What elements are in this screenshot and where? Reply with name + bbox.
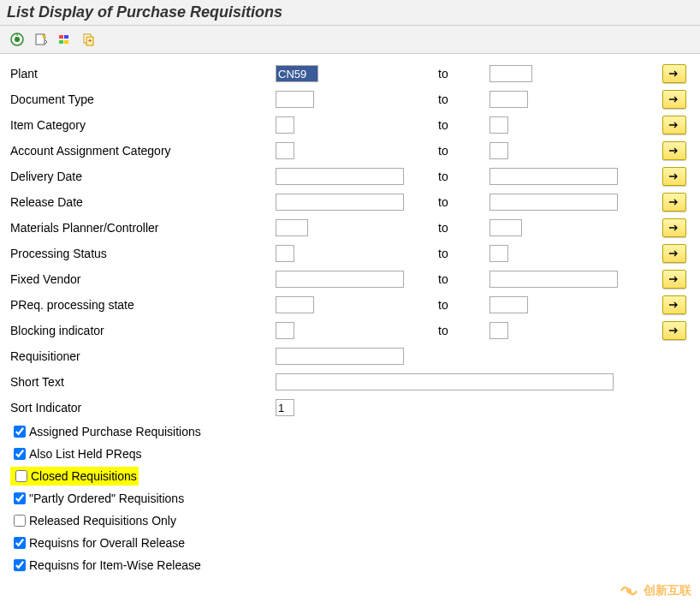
plant-to-input[interactable] [489,65,532,82]
release-date-multiselect-button[interactable] [662,193,686,212]
account-assignment-label: Account Assignment Category [9,144,276,158]
released-only-row: Released Requisitions Only [9,510,691,532]
processing-status-to-input[interactable] [489,245,508,262]
document-type-from-input[interactable] [276,91,314,108]
document-type-to-input[interactable] [489,91,528,108]
materials-planner-multiselect-button[interactable] [662,218,686,237]
assigned-pr-row: Assigned Purchase Requisitions [9,420,691,443]
execute-button[interactable] [9,31,26,48]
all-selections-button[interactable]: + [80,31,98,48]
preq-state-multiselect-button[interactable] [662,295,686,314]
closed-requisitions-checkbox[interactable] [15,470,27,482]
short-text-input[interactable] [276,373,614,390]
dynamic-selections-button[interactable] [56,31,74,48]
released-only-label: Released Requisitions Only [29,514,176,528]
to-label: to [438,67,489,80]
svg-rect-5 [64,35,68,39]
partly-ordered-row: "Partly Ordered" Requisitions [9,487,691,510]
requisitioner-label: Requisitioner [9,349,276,363]
processing-status-label: Processing Status [9,247,276,260]
delivery-date-row: Delivery Date to [9,164,691,189]
release-date-to-input[interactable] [489,194,618,211]
closed-requisitions-label: Closed Requisitions [31,469,137,483]
short-text-label: Short Text [9,375,276,389]
release-date-from-input[interactable] [276,194,404,211]
svg-rect-6 [59,40,63,44]
page-title: List Display of Purchase Requisitions [0,0,700,26]
svg-point-1 [15,37,20,42]
svg-text:+: + [88,37,92,45]
delivery-date-multiselect-button[interactable] [662,167,686,186]
to-label: to [438,324,489,337]
partly-ordered-checkbox[interactable] [14,492,26,504]
to-label: to [438,195,489,209]
release-date-label: Release Date [9,195,276,209]
requisitioner-input[interactable] [276,348,404,365]
item-wise-release-row: Requisns for Item-Wise Release [9,554,691,576]
account-assignment-from-input[interactable] [276,142,294,159]
plant-multiselect-button[interactable] [662,64,686,83]
processing-status-row: Processing Status to [9,241,691,266]
processing-status-from-input[interactable] [276,245,294,262]
item-wise-release-label: Requisns for Item-Wise Release [29,558,201,572]
preq-state-label: PReq. processing state [9,298,276,312]
to-label: to [438,92,489,106]
preq-state-to-input[interactable] [489,296,528,313]
to-label: to [438,118,489,132]
overall-release-checkbox[interactable] [14,537,26,549]
item-category-multiselect-button[interactable] [662,116,686,134]
account-assignment-row: Account Assignment Category to [9,138,691,164]
overall-release-row: Requisns for Overall Release [9,532,691,554]
blocking-indicator-multiselect-button[interactable] [662,321,686,340]
sort-indicator-label: Sort Indicator [9,401,276,414]
item-category-row: Item Category to [9,112,691,138]
sort-indicator-input[interactable] [276,399,294,416]
fixed-vendor-to-input[interactable] [489,271,618,288]
fixed-vendor-from-input[interactable] [276,271,404,288]
item-category-to-input[interactable] [489,116,508,134]
plant-from-input[interactable] [276,65,318,82]
account-assignment-to-input[interactable] [489,142,508,159]
document-type-multiselect-button[interactable] [662,90,686,109]
account-assignment-multiselect-button[interactable] [662,141,686,160]
released-only-checkbox[interactable] [14,515,26,527]
get-variant-button[interactable] [33,31,50,48]
materials-planner-row: Materials Planner/Controller to [9,215,691,241]
fixed-vendor-multiselect-button[interactable] [662,270,686,289]
plant-label: Plant [9,67,276,80]
svg-rect-7 [64,40,68,44]
blocking-indicator-label: Blocking indicator [9,324,276,337]
item-category-from-input[interactable] [276,116,294,134]
short-text-row: Short Text [9,369,691,395]
assigned-pr-checkbox[interactable] [14,426,26,438]
svg-point-11 [626,588,632,593]
watermark: 创新互联 [618,582,691,599]
fixed-vendor-label: Fixed Vendor [9,272,276,286]
materials-planner-from-input[interactable] [276,219,308,236]
item-wise-release-checkbox[interactable] [14,559,26,571]
blocking-indicator-from-input[interactable] [276,322,294,339]
preq-state-from-input[interactable] [276,296,314,313]
also-held-label: Also List Held PReqs [29,447,142,461]
processing-status-multiselect-button[interactable] [662,244,686,263]
to-label: to [438,221,489,235]
to-label: to [438,272,489,286]
closed-requisitions-row: Closed Requisitions [9,465,691,487]
also-held-checkbox[interactable] [14,448,26,460]
delivery-date-from-input[interactable] [276,168,404,185]
requisitioner-row: Requisitioner [9,343,691,369]
to-label: to [438,170,489,183]
delivery-date-label: Delivery Date [9,170,276,183]
document-type-row: Document Type to [9,86,691,112]
svg-rect-4 [59,35,63,39]
selection-form: Plant to Document Type to Item Category … [0,54,700,583]
to-label: to [438,298,489,312]
partly-ordered-label: "Partly Ordered" Requisitions [29,492,184,505]
overall-release-label: Requisns for Overall Release [29,536,185,550]
blocking-indicator-to-input[interactable] [489,322,508,339]
also-held-row: Also List Held PReqs [9,443,691,465]
preq-state-row: PReq. processing state to [9,292,691,318]
delivery-date-to-input[interactable] [489,168,618,185]
fixed-vendor-row: Fixed Vendor to [9,266,691,292]
materials-planner-to-input[interactable] [489,219,522,236]
